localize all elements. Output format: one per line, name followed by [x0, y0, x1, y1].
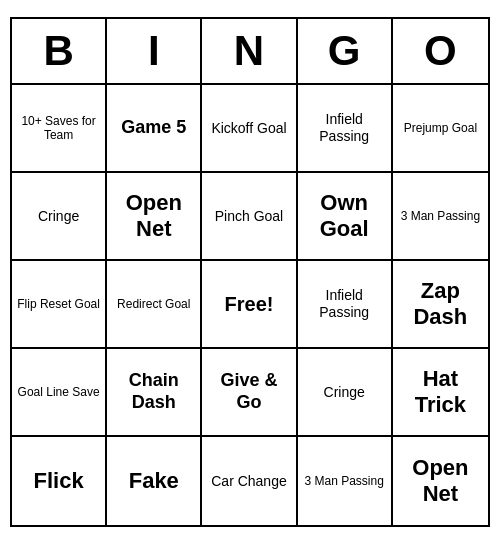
bingo-cell-20: Flick — [12, 437, 107, 525]
bingo-cell-22: Car Change — [202, 437, 297, 525]
bingo-cell-24: Open Net — [393, 437, 488, 525]
bingo-cell-11: Redirect Goal — [107, 261, 202, 349]
bingo-cell-18: Cringe — [298, 349, 393, 437]
header-letter-o: O — [393, 19, 488, 83]
bingo-cell-16: Chain Dash — [107, 349, 202, 437]
bingo-cell-3: Infield Passing — [298, 85, 393, 173]
bingo-cell-1: Game 5 — [107, 85, 202, 173]
bingo-cell-5: Cringe — [12, 173, 107, 261]
bingo-cell-17: Give & Go — [202, 349, 297, 437]
bingo-card: BINGO 10+ Saves for TeamGame 5Kickoff Go… — [10, 17, 490, 527]
bingo-cell-15: Goal Line Save — [12, 349, 107, 437]
bingo-cell-8: Own Goal — [298, 173, 393, 261]
bingo-cell-14: Zap Dash — [393, 261, 488, 349]
bingo-cell-6: Open Net — [107, 173, 202, 261]
bingo-header: BINGO — [12, 19, 488, 85]
bingo-cell-4: Prejump Goal — [393, 85, 488, 173]
bingo-cell-7: Pinch Goal — [202, 173, 297, 261]
bingo-cell-9: 3 Man Passing — [393, 173, 488, 261]
bingo-cell-2: Kickoff Goal — [202, 85, 297, 173]
bingo-cell-13: Infield Passing — [298, 261, 393, 349]
bingo-cell-19: Hat Trick — [393, 349, 488, 437]
bingo-cell-21: Fake — [107, 437, 202, 525]
header-letter-g: G — [298, 19, 393, 83]
bingo-cell-0: 10+ Saves for Team — [12, 85, 107, 173]
bingo-cell-23: 3 Man Passing — [298, 437, 393, 525]
bingo-cell-12: Free! — [202, 261, 297, 349]
header-letter-b: B — [12, 19, 107, 83]
header-letter-n: N — [202, 19, 297, 83]
bingo-cell-10: Flip Reset Goal — [12, 261, 107, 349]
header-letter-i: I — [107, 19, 202, 83]
bingo-grid: 10+ Saves for TeamGame 5Kickoff GoalInfi… — [12, 85, 488, 525]
